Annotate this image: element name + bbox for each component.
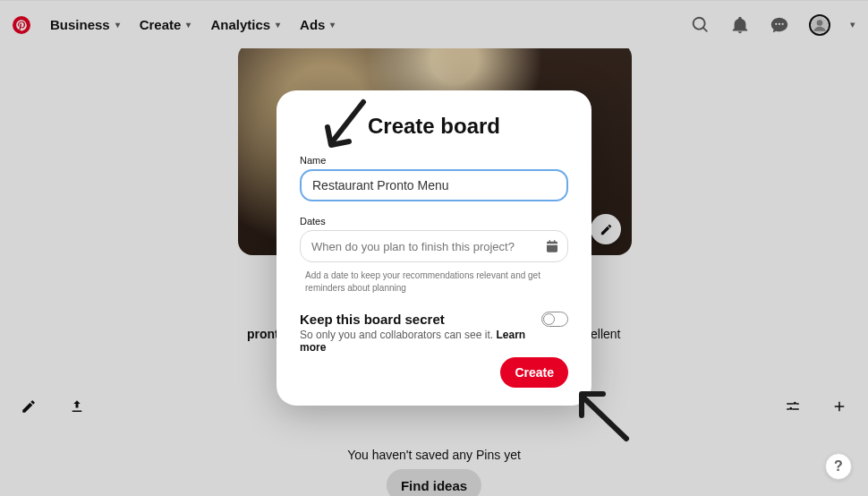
secret-toggle-subtitle: So only you and collaborators can see it… bbox=[300, 329, 529, 354]
calendar-icon[interactable] bbox=[545, 239, 559, 253]
name-label: Name bbox=[300, 155, 568, 166]
dates-hint: Add a date to keep your recommendations … bbox=[305, 269, 565, 294]
dates-label: Dates bbox=[300, 216, 568, 227]
secret-toggle-title: Keep this board secret bbox=[300, 312, 529, 327]
secret-toggle[interactable] bbox=[541, 312, 568, 327]
help-button[interactable]: ? bbox=[825, 453, 852, 480]
create-button[interactable]: Create bbox=[500, 357, 568, 388]
create-board-modal: Create board Name Dates Add a date to ke… bbox=[277, 90, 591, 406]
dates-input[interactable] bbox=[300, 230, 568, 262]
board-name-input[interactable] bbox=[300, 169, 568, 201]
top-header: Business▾ Create▾ Analytics▾ Ads▾ ▾ bbox=[0, 0, 868, 48]
modal-title: Create board bbox=[300, 114, 568, 139]
